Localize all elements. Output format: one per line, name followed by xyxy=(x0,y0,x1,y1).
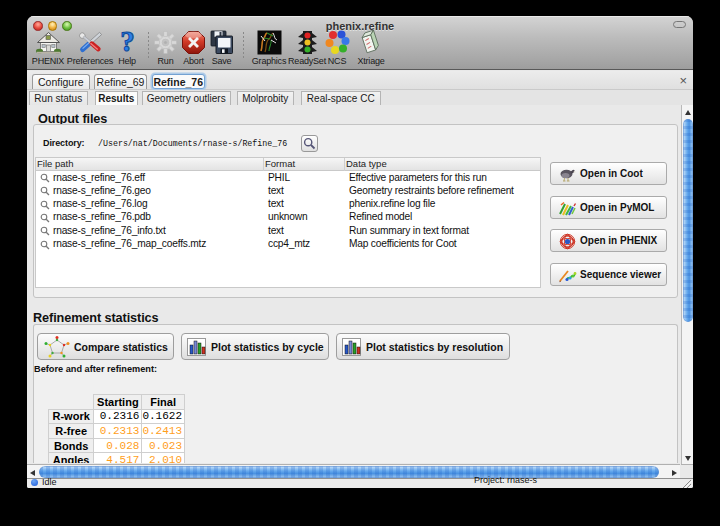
svg-text:?: ? xyxy=(120,29,135,56)
